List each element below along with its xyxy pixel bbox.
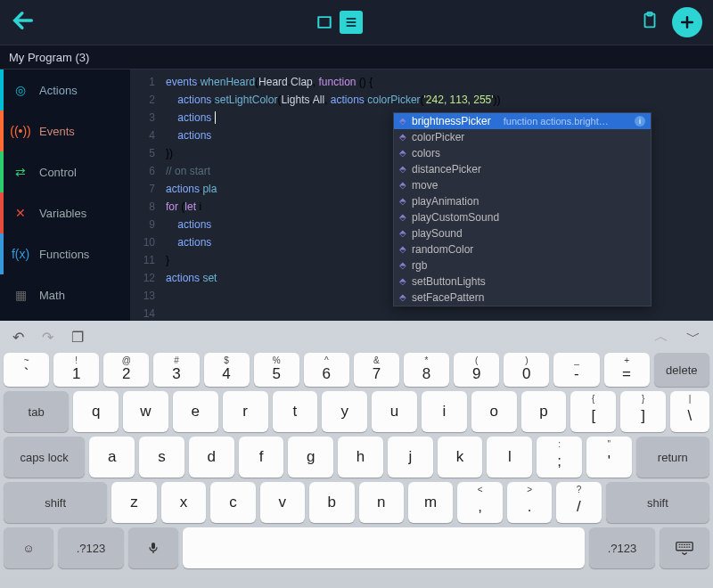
autocomplete-item[interactable]: ⬘colorPicker [394,129,651,145]
key-x[interactable]: x [161,482,206,523]
symbols-key[interactable]: .?123 [58,527,124,568]
key-s[interactable]: s [139,437,184,478]
method-icon: ⬘ [399,192,406,210]
clipboard-icon[interactable] [640,11,660,34]
hide-keyboard-key[interactable] [660,527,709,568]
key-j[interactable]: j [388,437,433,478]
key[interactable]: "' [586,437,632,478]
return-key[interactable]: return [636,437,709,478]
key-6[interactable]: ^6 [304,353,349,387]
emoji-key[interactable]: ☺ [4,527,53,568]
view-toggle[interactable] [313,11,363,34]
key-w[interactable]: w [123,391,168,432]
key-f[interactable]: f [239,437,284,478]
key-z[interactable]: z [111,482,156,523]
autocomplete-item[interactable]: ⬘setFacePattern [394,290,651,306]
key-c[interactable]: c [210,482,255,523]
key-1[interactable]: !1 [53,353,99,387]
key-g[interactable]: g [288,437,333,478]
method-icon: ⬘ [399,225,406,242]
key-t[interactable]: t [273,391,318,432]
sidebar-item-events[interactable]: ((•))Events [0,110,130,151]
sidebar-item-math[interactable]: ▦Math [0,274,130,315]
autocomplete-item[interactable]: ⬘colors [394,145,651,161]
copy-icon[interactable]: ❐ [71,329,84,346]
autocomplete-item[interactable]: ⬘rgb [394,257,651,274]
add-button[interactable] [672,7,702,37]
key-e[interactable]: e [173,391,218,432]
autocomplete-popup[interactable]: ⬘brightnessPickerfunction actions.bright… [393,112,652,306]
key-p[interactable]: p [521,391,567,432]
key-`[interactable]: ~` [4,353,49,387]
key-u[interactable]: u [372,391,417,432]
space-key[interactable] [183,527,585,568]
autocomplete-item[interactable]: ⬘playSound [394,225,651,241]
key[interactable]: <, [457,482,502,523]
code-editor[interactable]: 1234567891011121314 events.whenHeard(Hea… [130,69,713,321]
control-icon: ⇄ [11,162,30,182]
key-h[interactable]: h [338,437,383,478]
autocomplete-item[interactable]: ⬘playCustomSound [394,209,651,225]
key-o[interactable]: o [471,391,517,432]
tab-key[interactable]: tab [4,391,69,432]
sidebar-item-control[interactable]: ⇄Control [0,151,130,192]
capslock-key[interactable]: caps lock [4,437,85,478]
key-i[interactable]: i [422,391,467,432]
key[interactable]: ?/ [556,482,601,523]
key-9[interactable]: (9 [454,353,499,387]
symbols-key[interactable]: .?123 [589,527,655,568]
svg-rect-2 [152,543,155,549]
sidebar-item-actions[interactable]: ◎Actions [0,69,130,110]
key-0[interactable]: )0 [504,353,549,387]
autocomplete-item[interactable]: ⬘playAnimation [394,193,651,209]
key-m[interactable]: m [408,482,453,523]
autocomplete-item[interactable]: ⬘distancePicker [394,161,651,177]
sidebar-item-functions[interactable]: f(x)Functions [0,233,130,274]
key[interactable]: }] [620,391,666,432]
key-d[interactable]: d [189,437,234,478]
shift-key[interactable]: shift [606,482,709,523]
key-q[interactable]: q [73,391,119,432]
key[interactable]: :; [537,437,582,478]
key-a[interactable]: a [89,437,135,478]
method-icon: ⬘ [399,144,406,162]
key-y[interactable]: y [322,391,367,432]
method-icon: ⬘ [399,257,406,274]
actions-icon: ◎ [11,80,30,100]
autocomplete-item[interactable]: ⬘brightnessPickerfunction actions.bright… [394,113,651,129]
sidebar-item-variables[interactable]: ✕Variables [0,192,130,233]
method-icon: ⬘ [399,128,406,146]
method-icon: ⬘ [399,273,406,290]
key-2[interactable]: @2 [103,353,149,387]
delete-key[interactable]: delete [654,353,709,387]
svg-rect-3 [676,543,693,551]
key-8[interactable]: *8 [404,353,449,387]
key-=[interactable]: += [604,353,650,387]
key[interactable]: {[ [570,391,616,432]
chevron-up-icon[interactable]: ︿ [654,328,668,347]
undo-icon[interactable]: ↶ [12,329,24,346]
key-4[interactable]: $4 [204,353,250,387]
method-icon: ⬘ [399,208,406,226]
autocomplete-item[interactable]: ⬘move [394,177,651,193]
chevron-down-icon[interactable]: ﹀ [686,328,701,347]
back-button[interactable] [11,8,36,37]
keyboard[interactable]: ↶ ↷ ❐ ︿ ﹀ ~`!1@2#3$4%5^6&7*8(9)0_-+=dele… [0,321,713,588]
key[interactable]: |\ [670,391,709,432]
shift-key[interactable]: shift [4,482,107,523]
key-3[interactable]: #3 [153,353,199,387]
autocomplete-item[interactable]: ⬘setButtonLights [394,274,651,290]
autocomplete-item[interactable]: ⬘randomColor [394,241,651,257]
key-5[interactable]: %5 [254,353,299,387]
key-7[interactable]: &7 [354,353,399,387]
key-l[interactable]: l [487,437,532,478]
key--[interactable]: _- [553,353,599,387]
key-b[interactable]: b [309,482,354,523]
mic-key[interactable] [128,527,178,568]
key-k[interactable]: k [438,437,483,478]
key-v[interactable]: v [260,482,305,523]
redo-icon[interactable]: ↷ [42,329,53,346]
key-r[interactable]: r [223,391,268,432]
key-n[interactable]: n [359,482,404,523]
key[interactable]: >. [507,482,552,523]
